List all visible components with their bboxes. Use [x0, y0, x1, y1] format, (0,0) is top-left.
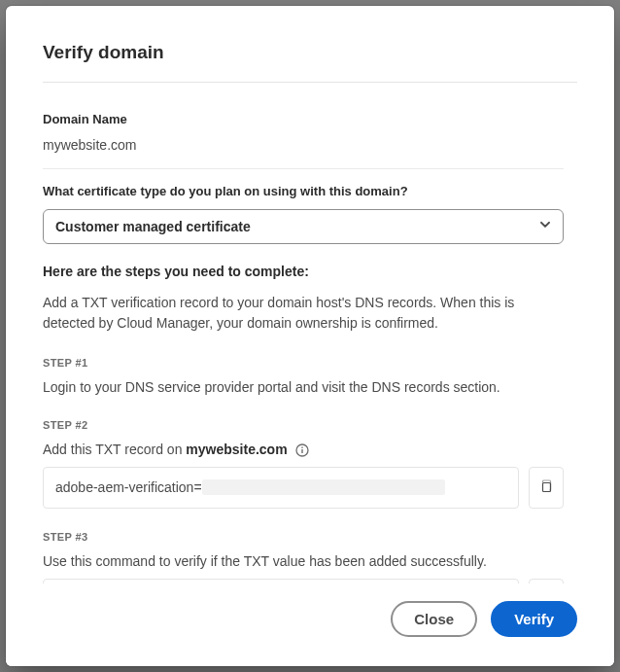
step3-code-row: dig mywebsite.com txt	[43, 579, 564, 584]
txt-record-redacted	[202, 479, 445, 495]
dig-command-value[interactable]: dig mywebsite.com txt	[43, 579, 519, 584]
copy-dig-button[interactable]	[529, 579, 564, 584]
step2-eyebrow: STEP #2	[43, 418, 564, 434]
domain-name-label: Domain Name	[43, 111, 564, 129]
step2-body: Add this TXT record on mywebsite.com	[43, 440, 564, 459]
step3-body: Use this command to verify if the TXT va…	[43, 551, 564, 571]
copy-txt-button[interactable]	[529, 467, 564, 508]
svg-rect-2	[301, 447, 302, 448]
close-button[interactable]: Close	[391, 601, 477, 637]
page-behind-text	[0, 0, 8, 4]
txt-record-prefix: adobe-aem-verification=	[55, 477, 202, 497]
svg-rect-1	[301, 449, 302, 453]
verify-domain-dialog: Verify domain Domain Name mywebsite.com …	[6, 6, 614, 666]
dialog-scroll-region[interactable]: Domain Name mywebsite.com What certifica…	[43, 95, 577, 584]
dialog-body: Verify domain Domain Name mywebsite.com …	[6, 6, 614, 584]
step3-eyebrow: STEP #3	[43, 530, 564, 546]
info-icon[interactable]	[295, 443, 309, 457]
cert-type-select-wrap: Customer managed certificate	[43, 209, 564, 244]
title-divider	[43, 82, 577, 83]
cert-type-select-value: Customer managed certificate	[55, 219, 251, 234]
step1-eyebrow: STEP #1	[43, 356, 564, 371]
step2-domain: mywebsite.com	[186, 442, 287, 457]
step2-code-row: adobe-aem-verification=	[43, 467, 564, 508]
cert-type-label: What certificate type do you plan on usi…	[43, 183, 564, 201]
copy-icon	[538, 478, 554, 497]
dialog-title: Verify domain	[43, 39, 577, 66]
dialog-header: Verify domain	[43, 39, 577, 83]
domain-divider	[43, 168, 564, 169]
cert-type-select[interactable]: Customer managed certificate	[43, 209, 564, 244]
steps-intro: Add a TXT verification record to your do…	[43, 293, 564, 333]
svg-rect-3	[543, 482, 551, 491]
steps-heading: Here are the steps you need to complete:	[43, 262, 564, 281]
verify-button[interactable]: Verify	[491, 601, 577, 637]
step2-prefix: Add this TXT record on	[43, 442, 186, 457]
txt-record-value[interactable]: adobe-aem-verification=	[43, 467, 519, 508]
domain-name-value: mywebsite.com	[43, 135, 564, 155]
dialog-footer: Close Verify	[6, 584, 614, 666]
step1-body: Login to your DNS service provider porta…	[43, 377, 564, 397]
